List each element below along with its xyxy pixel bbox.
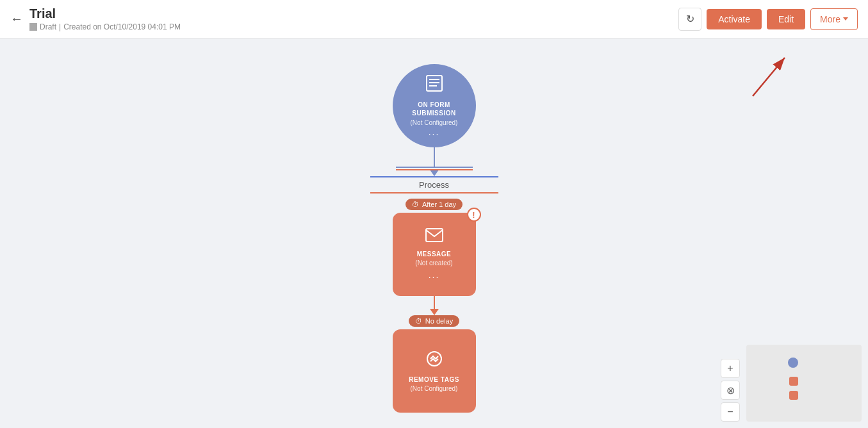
trigger-dots: ··· [429, 129, 440, 139]
remove-tags-node[interactable]: REMOVE TAGS (Not Configured) [393, 329, 476, 413]
arrow-down-orange-icon [430, 309, 439, 315]
error-badge: ! [467, 208, 481, 222]
clock-icon: ⏱ [412, 201, 419, 208]
refresh-button[interactable]: ↻ [678, 8, 701, 31]
header-right: ↻ Activate Edit More [678, 8, 858, 31]
message-label: MESSAGE [417, 251, 452, 258]
svg-rect-6 [426, 229, 443, 242]
more-button[interactable]: More [810, 8, 858, 30]
minimap-message-dot [789, 377, 798, 386]
canvas: ON FORM SUBMISSION (Not Configured) ··· … [0, 38, 868, 428]
zoom-out-button[interactable]: − [721, 402, 740, 422]
svg-point-7 [427, 352, 441, 366]
draft-icon [29, 23, 37, 31]
header-left: ← Trial Draft | Created on Oct/10/2019 0… [10, 6, 181, 31]
message-dots: ··· [429, 272, 440, 282]
clock-icon-2: ⏱ [415, 317, 422, 325]
refresh-icon: ↻ [686, 13, 694, 25]
remove-tags-icon [425, 350, 443, 372]
minimap-remove-tags-dot [789, 391, 798, 400]
draft-label: Draft [40, 22, 56, 31]
trigger-label: ON FORM SUBMISSION [412, 101, 455, 117]
arrow-down-icon [430, 170, 439, 176]
orange-connector [430, 296, 439, 315]
minimap [746, 345, 862, 422]
created-label: Created on Oct/10/2019 04:01 PM [63, 22, 181, 31]
header: ← Trial Draft | Created on Oct/10/2019 0… [0, 0, 868, 38]
trigger-node[interactable]: ON FORM SUBMISSION (Not Configured) ··· [393, 64, 476, 147]
message-node[interactable]: MESSAGE (Not created) ··· ! [393, 213, 476, 296]
zoom-in-button[interactable]: + [721, 359, 740, 378]
annotation-arrow [714, 51, 791, 103]
connector-1 [396, 147, 473, 176]
trigger-sub-label: (Not Configured) [411, 119, 458, 126]
zoom-reset-button[interactable]: ⊗ [721, 381, 740, 400]
separator: | [59, 22, 61, 31]
minimap-trigger-dot [788, 358, 798, 368]
back-button[interactable]: ← [10, 12, 23, 26]
zoom-controls: + ⊗ − [721, 359, 740, 422]
horizontal-line-blue [396, 167, 473, 168]
flow-container: ON FORM SUBMISSION (Not Configured) ··· … [370, 64, 498, 413]
line-blue-top [370, 176, 498, 177]
remove-tags-delay-badge: ⏱ No delay [409, 315, 459, 327]
more-label: More [820, 14, 840, 24]
vertical-line-1 [434, 147, 435, 167]
title-area: Trial Draft | Created on Oct/10/2019 04:… [29, 6, 181, 31]
process-label: Process [419, 180, 449, 190]
edit-button[interactable]: Edit [767, 9, 805, 29]
message-sub-label: (Not created) [415, 259, 452, 267]
form-submission-icon [424, 73, 445, 98]
subtitle: Draft | Created on Oct/10/2019 04:01 PM [29, 22, 181, 31]
message-delay-badge: ⏱ After 1 day [405, 199, 463, 210]
svg-line-1 [753, 58, 785, 96]
remove-tags-delay-label: No delay [425, 317, 453, 325]
page-title: Trial [29, 6, 181, 21]
message-delay-label: After 1 day [422, 201, 456, 208]
activate-button[interactable]: Activate [707, 9, 762, 29]
remove-tags-sub-label: (Not Configured) [411, 385, 458, 392]
vertical-line-orange [434, 296, 435, 309]
message-icon [425, 227, 443, 247]
line-orange-bottom [370, 192, 498, 193]
chevron-down-icon [843, 17, 848, 21]
process-label-wrap: Process [370, 176, 498, 193]
horizontal-line-orange [396, 169, 473, 170]
remove-tags-label: REMOVE TAGS [409, 376, 459, 383]
